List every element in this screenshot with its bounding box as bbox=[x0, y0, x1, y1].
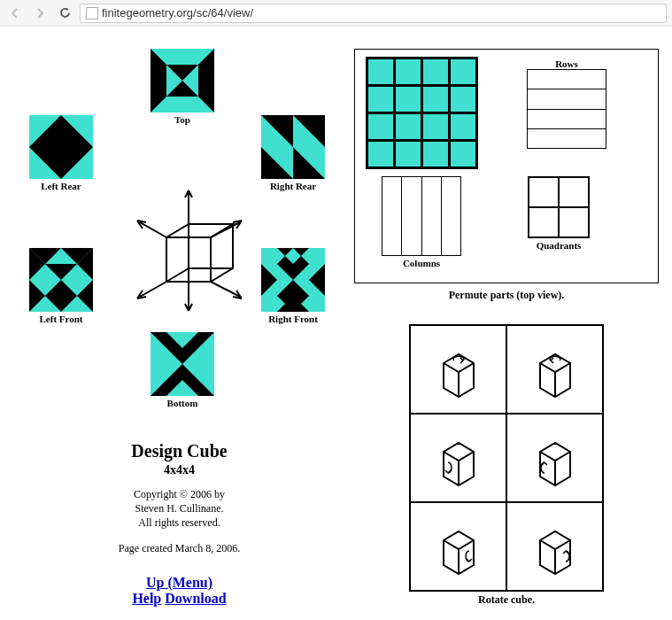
face-right-rear-label: Right Rear bbox=[261, 181, 325, 191]
page-content: Top Left Rear Right Rear Left Front Righ… bbox=[0, 27, 672, 620]
permute-rows[interactable]: Rows bbox=[527, 57, 606, 149]
face-left-rear-label: Left Rear bbox=[29, 181, 93, 191]
face-right-front-label: Right Front bbox=[261, 314, 325, 324]
face-left-rear-pattern bbox=[29, 115, 93, 179]
nav-links: Up (Menu) Help Download bbox=[13, 575, 345, 607]
face-top[interactable]: Top bbox=[151, 49, 214, 125]
face-right-rear[interactable]: Right Rear bbox=[261, 115, 325, 191]
page-title: Design Cube bbox=[13, 441, 345, 461]
face-top-pattern bbox=[151, 49, 214, 112]
rotate-top-ccw[interactable] bbox=[410, 325, 506, 414]
wireframe-cube bbox=[135, 189, 242, 313]
rotate-top-cw[interactable] bbox=[506, 325, 603, 414]
permute-columns[interactable]: Columns bbox=[382, 176, 461, 268]
address-bar[interactable]: finitegeometry.org/sc/64/view/ bbox=[80, 4, 667, 23]
download-link[interactable]: Download bbox=[165, 591, 226, 606]
face-left-front[interactable]: Left Front bbox=[29, 248, 93, 324]
copyright-block: Copyright © 2006 by Steven H. Cullinane.… bbox=[13, 488, 345, 530]
rotate-right-ccw[interactable] bbox=[410, 502, 506, 591]
face-bottom[interactable]: Bottom bbox=[151, 332, 214, 408]
browser-toolbar: finitegeometry.org/sc/64/view/ bbox=[0, 0, 672, 27]
face-top-label: Top bbox=[151, 114, 214, 125]
face-right-rear-pattern bbox=[261, 115, 325, 179]
page-created: Page created March 8, 2006. bbox=[13, 542, 345, 555]
rotate-left-ccw[interactable] bbox=[410, 414, 506, 502]
left-column: Top Left Rear Right Rear Left Front Righ… bbox=[13, 49, 345, 607]
help-link[interactable]: Help bbox=[132, 591, 161, 606]
up-link[interactable]: Up (Menu) bbox=[146, 575, 212, 590]
reload-button[interactable] bbox=[55, 4, 74, 23]
face-bottom-label: Bottom bbox=[151, 398, 214, 408]
face-right-front-pattern bbox=[261, 248, 325, 312]
rotate-right-cw[interactable] bbox=[506, 502, 603, 591]
rotate-panel bbox=[409, 324, 604, 592]
face-left-front-pattern bbox=[29, 248, 93, 312]
title-block: Design Cube 4x4x4 Copyright © 2006 by St… bbox=[13, 441, 345, 607]
quadrants-icon bbox=[528, 176, 590, 238]
rotate-caption: Rotate cube. bbox=[409, 593, 604, 607]
forward-button[interactable] bbox=[30, 4, 50, 23]
face-left-front-label: Left Front bbox=[29, 314, 93, 324]
back-button[interactable] bbox=[5, 4, 25, 23]
page-icon bbox=[86, 7, 99, 19]
permute-quadrants[interactable]: Quadrants bbox=[528, 176, 590, 251]
cube-faces-layout: Top Left Rear Right Rear Left Front Righ… bbox=[13, 49, 345, 425]
permute-topview[interactable] bbox=[366, 57, 478, 169]
face-right-front[interactable]: Right Front bbox=[261, 248, 325, 324]
columns-icon bbox=[382, 176, 461, 256]
right-column: Rows Columns Quadrants Permute parts (to… bbox=[354, 49, 659, 607]
page-subtitle: 4x4x4 bbox=[13, 463, 345, 477]
face-bottom-pattern bbox=[151, 332, 214, 396]
permute-caption: Permute parts (top view). bbox=[354, 289, 659, 302]
rows-icon bbox=[527, 69, 606, 149]
rotate-left-cw[interactable] bbox=[506, 414, 603, 502]
grid-4x4-icon bbox=[366, 57, 478, 169]
url-text: finitegeometry.org/sc/64/view/ bbox=[102, 6, 253, 19]
permute-panel: Rows Columns Quadrants bbox=[354, 49, 659, 283]
face-left-rear[interactable]: Left Rear bbox=[29, 115, 93, 191]
